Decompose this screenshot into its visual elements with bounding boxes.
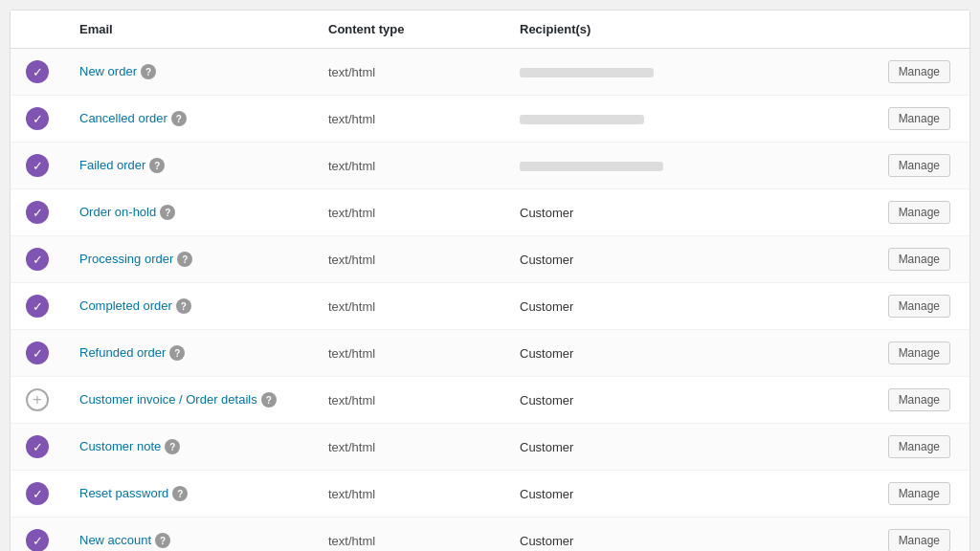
recipient-cell: Customer bbox=[504, 283, 803, 330]
table-row: ✓Customer note?text/htmlCustomerManage bbox=[11, 424, 969, 471]
check-icon: ✓ bbox=[26, 435, 49, 458]
recipient-cell: Customer bbox=[504, 471, 803, 518]
email-link-new-account[interactable]: New account bbox=[79, 533, 151, 547]
table-row: ✓Failed order?text/htmlManage bbox=[11, 143, 969, 189]
email-link-reset-password[interactable]: Reset password bbox=[79, 486, 168, 500]
email-link-new-order[interactable]: New order bbox=[79, 64, 137, 78]
check-icon: ✓ bbox=[26, 154, 49, 177]
manage-button-customer-invoice[interactable]: Manage bbox=[888, 388, 950, 411]
recipient-cell: Customer bbox=[504, 236, 803, 283]
recipient-cell: Customer bbox=[504, 518, 803, 552]
table-row: ✓Processing order?text/htmlCustomerManag… bbox=[11, 236, 969, 283]
col-header-content-type: Content type bbox=[313, 11, 504, 49]
content-type-cell: text/html bbox=[313, 236, 504, 283]
email-table: Email Content type Recipient(s) ✓New ord… bbox=[11, 11, 969, 551]
recipient-cell: Customer bbox=[504, 377, 803, 424]
help-icon[interactable]: ? bbox=[172, 486, 188, 501]
table-row: ✓Completed order?text/htmlCustomerManage bbox=[11, 283, 969, 330]
content-type-cell: text/html bbox=[313, 96, 504, 143]
col-header-status bbox=[11, 11, 64, 49]
email-link-processing-order[interactable]: Processing order bbox=[79, 252, 173, 266]
help-icon[interactable]: ? bbox=[149, 158, 165, 173]
manage-button-reset-password[interactable]: Manage bbox=[888, 482, 950, 505]
email-link-customer-note[interactable]: Customer note bbox=[79, 439, 161, 453]
email-link-cancelled-order[interactable]: Cancelled order bbox=[79, 111, 167, 125]
manage-button-processing-order[interactable]: Manage bbox=[888, 248, 950, 271]
help-icon[interactable]: ? bbox=[261, 392, 277, 408]
content-type-cell: text/html bbox=[313, 424, 504, 471]
recipient-cell bbox=[504, 96, 803, 143]
table-row: ✓New account?text/htmlCustomerManage bbox=[11, 518, 969, 552]
col-header-recipients: Recipient(s) bbox=[504, 11, 803, 49]
manage-button-order-on-hold[interactable]: Manage bbox=[888, 201, 950, 224]
redacted-bar bbox=[520, 68, 654, 77]
content-type-cell: text/html bbox=[313, 518, 504, 552]
email-table-container: Email Content type Recipient(s) ✓New ord… bbox=[10, 10, 970, 551]
check-icon: ✓ bbox=[26, 482, 49, 505]
col-header-email: Email bbox=[64, 11, 313, 49]
manage-button-refunded-order[interactable]: Manage bbox=[888, 342, 950, 364]
table-row: ✓Cancelled order?text/htmlManage bbox=[11, 96, 969, 143]
manage-button-failed-order[interactable]: Manage bbox=[888, 154, 950, 177]
col-header-action bbox=[803, 11, 969, 49]
email-link-failed-order[interactable]: Failed order bbox=[79, 158, 145, 172]
help-icon[interactable]: ? bbox=[160, 205, 175, 220]
email-link-refunded-order[interactable]: Refunded order bbox=[79, 345, 166, 360]
check-icon: ✓ bbox=[26, 107, 49, 130]
table-row: ✓Reset password?text/htmlCustomerManage bbox=[11, 471, 969, 518]
table-row: ✓New order?text/htmlManage bbox=[11, 49, 969, 96]
manage-button-completed-order[interactable]: Manage bbox=[888, 295, 950, 318]
table-row: ✓Refunded order?text/htmlCustomerManage bbox=[11, 330, 969, 377]
check-icon: ✓ bbox=[26, 201, 49, 224]
content-type-cell: text/html bbox=[313, 143, 504, 189]
circle-plus-icon: + bbox=[26, 388, 49, 411]
email-link-completed-order[interactable]: Completed order bbox=[79, 298, 172, 313]
check-icon: ✓ bbox=[26, 295, 49, 318]
check-icon: ✓ bbox=[26, 529, 49, 551]
manage-button-cancelled-order[interactable]: Manage bbox=[888, 107, 950, 130]
help-icon[interactable]: ? bbox=[177, 252, 192, 267]
check-icon: ✓ bbox=[26, 60, 49, 83]
recipient-cell: Customer bbox=[504, 330, 803, 377]
content-type-cell: text/html bbox=[313, 283, 504, 330]
recipient-cell: Customer bbox=[504, 189, 803, 236]
table-row: +Customer invoice / Order details?text/h… bbox=[11, 377, 969, 424]
help-icon[interactable]: ? bbox=[169, 345, 185, 361]
table-row: ✓Order on-hold?text/htmlCustomerManage bbox=[11, 189, 969, 236]
manage-button-new-order[interactable]: Manage bbox=[888, 60, 950, 83]
content-type-cell: text/html bbox=[313, 377, 504, 424]
help-icon[interactable]: ? bbox=[165, 439, 180, 454]
help-icon[interactable]: ? bbox=[171, 111, 187, 126]
content-type-cell: text/html bbox=[313, 189, 504, 236]
help-icon[interactable]: ? bbox=[176, 298, 191, 314]
content-type-cell: text/html bbox=[313, 49, 504, 96]
check-icon: ✓ bbox=[26, 342, 49, 364]
email-link-order-on-hold[interactable]: Order on-hold bbox=[79, 205, 156, 219]
recipient-cell bbox=[504, 49, 803, 96]
manage-button-customer-note[interactable]: Manage bbox=[888, 435, 950, 458]
recipient-cell: Customer bbox=[504, 424, 803, 471]
recipient-cell bbox=[504, 143, 803, 189]
redacted-bar bbox=[520, 115, 644, 124]
check-icon: ✓ bbox=[26, 248, 49, 271]
help-icon[interactable]: ? bbox=[155, 533, 170, 548]
content-type-cell: text/html bbox=[313, 330, 504, 377]
content-type-cell: text/html bbox=[313, 471, 504, 518]
redacted-bar bbox=[520, 162, 663, 171]
manage-button-new-account[interactable]: Manage bbox=[888, 529, 950, 551]
email-link-customer-invoice[interactable]: Customer invoice / Order details bbox=[79, 392, 257, 407]
help-icon[interactable]: ? bbox=[141, 64, 156, 79]
